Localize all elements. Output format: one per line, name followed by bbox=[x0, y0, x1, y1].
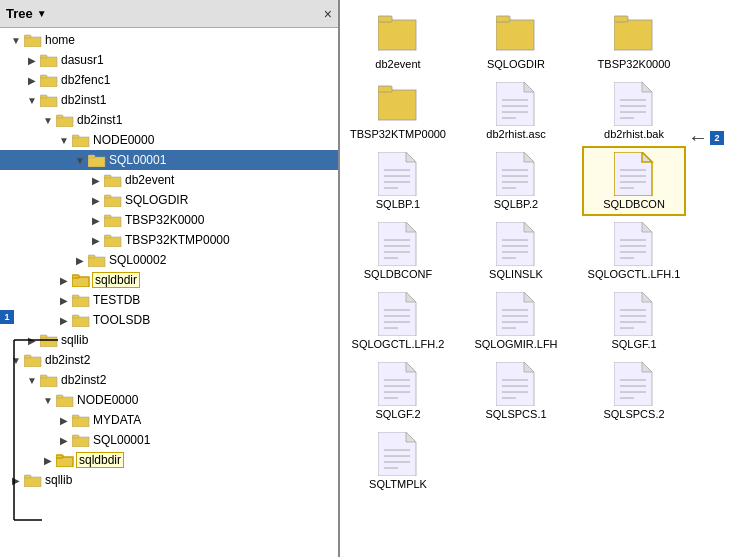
svg-rect-33 bbox=[24, 355, 31, 358]
toggle-tbsp32ktmp0000[interactable]: ▶ bbox=[88, 235, 104, 246]
label-sql00002: SQL00002 bbox=[109, 253, 166, 267]
toggle-dasusr1[interactable]: ▶ bbox=[24, 55, 40, 66]
tree-item-sql00001-2[interactable]: ▶ SQL00001 bbox=[0, 430, 338, 450]
tree-item-home[interactable]: ▼ home bbox=[0, 30, 338, 50]
file-item-sqlbp1[interactable]: SQLBP.1 bbox=[348, 148, 448, 214]
file-item-sqlogmir-lfh[interactable]: SQLOGMIR.LFH bbox=[466, 288, 566, 354]
file-item-sqlspcs1[interactable]: SQLSPCS.1 bbox=[466, 358, 566, 424]
tree-item-mydata[interactable]: ▶ MYDATA bbox=[0, 410, 338, 430]
file-folder-icon-tbsp32k0000 bbox=[614, 12, 654, 56]
file-item-tbsp32k0000[interactable]: TBSP32K0000 bbox=[584, 8, 684, 74]
tree-item-db2fenc1[interactable]: ▶ db2fenc1 bbox=[0, 70, 338, 90]
tree-item-db2inst1[interactable]: ▼ db2inst1 bbox=[0, 90, 338, 110]
tree-item-db2event[interactable]: ▶ db2event bbox=[0, 170, 338, 190]
svg-rect-41 bbox=[72, 435, 79, 438]
svg-rect-52 bbox=[496, 16, 510, 22]
toggle-testdb[interactable]: ▶ bbox=[56, 295, 72, 306]
tree-item-node0000-2[interactable]: ▼ NODE0000 bbox=[0, 390, 338, 410]
tree-item-tbsp32k0000[interactable]: ▶ TBSP32K0000 bbox=[0, 210, 338, 230]
svg-marker-100 bbox=[642, 222, 652, 232]
toggle-sql00001-2[interactable]: ▶ bbox=[56, 435, 72, 446]
svg-marker-88 bbox=[406, 222, 416, 232]
svg-rect-29 bbox=[72, 315, 79, 318]
toggle-sql00002[interactable]: ▶ bbox=[72, 255, 88, 266]
svg-rect-2 bbox=[40, 57, 57, 67]
tree-dropdown-icon[interactable]: ▼ bbox=[37, 8, 47, 19]
svg-marker-106 bbox=[406, 292, 416, 302]
toggle-db2inst1-sub[interactable]: ▼ bbox=[40, 115, 56, 126]
toggle-db2inst2-sub[interactable]: ▼ bbox=[24, 375, 40, 386]
file-item-db2rhist-bak[interactable]: db2rhist.bak bbox=[584, 78, 684, 144]
toggle-home[interactable]: ▼ bbox=[8, 35, 24, 46]
tree-item-sqllib1[interactable]: ▶ sqllib bbox=[0, 330, 338, 350]
label-tbsp32k0000: TBSP32K0000 bbox=[125, 213, 204, 227]
tree-item-node0000[interactable]: ▼ NODE0000 bbox=[0, 130, 338, 150]
toggle-sqlogdir[interactable]: ▶ bbox=[88, 195, 104, 206]
svg-rect-6 bbox=[40, 97, 57, 107]
file-item-sqlinslk[interactable]: SQLINSLK bbox=[466, 218, 566, 284]
file-item-sqltmplk[interactable]: SQLTMPLK bbox=[348, 428, 448, 494]
tree-item-sqldbdir2[interactable]: ▶ sqldbdir bbox=[0, 450, 338, 470]
file-item-sqlbp2[interactable]: SQLBP.2 bbox=[466, 148, 566, 214]
folder-icon-db2fenc1 bbox=[40, 73, 58, 87]
tree-item-sqlogdir[interactable]: ▶ SQLOGDIR bbox=[0, 190, 338, 210]
tree-item-sql00001[interactable]: ▼ SQL00001 bbox=[0, 150, 338, 170]
file-label-sqltmplk: SQLTMPLK bbox=[369, 478, 427, 490]
tree-item-toolsdb[interactable]: ▶ TOOLSDB bbox=[0, 310, 338, 330]
file-item-sqlspcs2[interactable]: SQLSPCS.2 bbox=[584, 358, 684, 424]
toggle-db2inst2[interactable]: ▼ bbox=[8, 355, 24, 366]
file-item-sqldbcon[interactable]: SQLDBCON bbox=[584, 148, 684, 214]
toggle-db2fenc1[interactable]: ▶ bbox=[24, 75, 40, 86]
file-item-sqlgf1[interactable]: SQLGF.1 bbox=[584, 288, 684, 354]
svg-marker-58 bbox=[524, 82, 534, 92]
tree-item-sqldbdir1[interactable]: ▶ sqldbdir bbox=[0, 270, 338, 290]
tree-item-sqllib2[interactable]: ▶ sqllib bbox=[0, 470, 338, 490]
tree-item-dasusr1[interactable]: ▶ dasusr1 bbox=[0, 50, 338, 70]
file-doc-icon-db2rhist-asc bbox=[496, 82, 536, 126]
file-label-sqlogmir-lfh: SQLOGMIR.LFH bbox=[474, 338, 557, 350]
svg-rect-18 bbox=[104, 217, 121, 227]
tree-item-tbsp32ktmp0000[interactable]: ▶ TBSP32KTMP0000 bbox=[0, 230, 338, 250]
file-item-sqlogctl-lfh1[interactable]: SQLOGCTL.LFH.1 bbox=[584, 218, 684, 284]
file-doc-icon-sqlgf2 bbox=[378, 362, 418, 406]
file-item-db2rhist-asc[interactable]: db2rhist.asc bbox=[466, 78, 566, 144]
folder-icon-sqllib2 bbox=[24, 473, 42, 487]
toggle-sqllib1[interactable]: ▶ bbox=[24, 335, 40, 346]
folder-icon-node0000 bbox=[72, 133, 90, 147]
toggle-db2event[interactable]: ▶ bbox=[88, 175, 104, 186]
toggle-node0000-2[interactable]: ▼ bbox=[40, 395, 56, 406]
svg-rect-7 bbox=[40, 95, 47, 98]
toggle-sqldbdir1[interactable]: ▶ bbox=[56, 275, 72, 286]
label-sqldbdir2: sqldbdir bbox=[77, 453, 123, 467]
tree-item-db2inst2-sub[interactable]: ▼ db2inst2 bbox=[0, 370, 338, 390]
label-sql00001: SQL00001 bbox=[109, 153, 166, 167]
toggle-sqllib2[interactable]: ▶ bbox=[8, 475, 24, 486]
toggle-node0000[interactable]: ▼ bbox=[56, 135, 72, 146]
file-item-sqlogdir[interactable]: SQLOGDIR bbox=[466, 8, 566, 74]
toggle-sqldbdir2[interactable]: ▶ bbox=[40, 455, 56, 466]
toggle-mydata[interactable]: ▶ bbox=[56, 415, 72, 426]
svg-rect-10 bbox=[72, 137, 89, 147]
file-doc-icon-sqlspcs2 bbox=[614, 362, 654, 406]
svg-rect-14 bbox=[104, 177, 121, 187]
svg-rect-23 bbox=[88, 255, 95, 258]
folder-icon-db2inst2 bbox=[24, 353, 42, 367]
file-item-tbsp32ktmp0000[interactable]: TBSP32KTMP0000 bbox=[348, 78, 448, 144]
toggle-tbsp32k0000[interactable]: ▶ bbox=[88, 215, 104, 226]
tree-close-button[interactable]: × bbox=[324, 6, 332, 22]
toggle-sql00001[interactable]: ▼ bbox=[72, 155, 88, 166]
file-item-sqlogctl-lfh2[interactable]: SQLOGCTL.LFH.2 bbox=[348, 288, 448, 354]
tree-item-sql00002[interactable]: ▶ SQL00002 bbox=[0, 250, 338, 270]
tree-item-db2inst2[interactable]: ▼ db2inst2 bbox=[0, 350, 338, 370]
toggle-db2inst1[interactable]: ▼ bbox=[24, 95, 40, 106]
toggle-toolsdb[interactable]: ▶ bbox=[56, 315, 72, 326]
svg-rect-39 bbox=[72, 415, 79, 418]
file-item-sqldbconf[interactable]: SQLDBCONF bbox=[348, 218, 448, 284]
tree-item-testdb[interactable]: ▶ TESTDB bbox=[0, 290, 338, 310]
folder-icon-sqldbdir2 bbox=[56, 453, 74, 467]
svg-rect-17 bbox=[104, 195, 111, 198]
tree-item-db2inst1-sub[interactable]: ▼ db2inst1 bbox=[0, 110, 338, 130]
folder-icon-sqldbdir1 bbox=[72, 273, 90, 287]
file-item-db2event[interactable]: db2event bbox=[348, 8, 448, 74]
file-item-sqlgf2[interactable]: SQLGF.2 bbox=[348, 358, 448, 424]
